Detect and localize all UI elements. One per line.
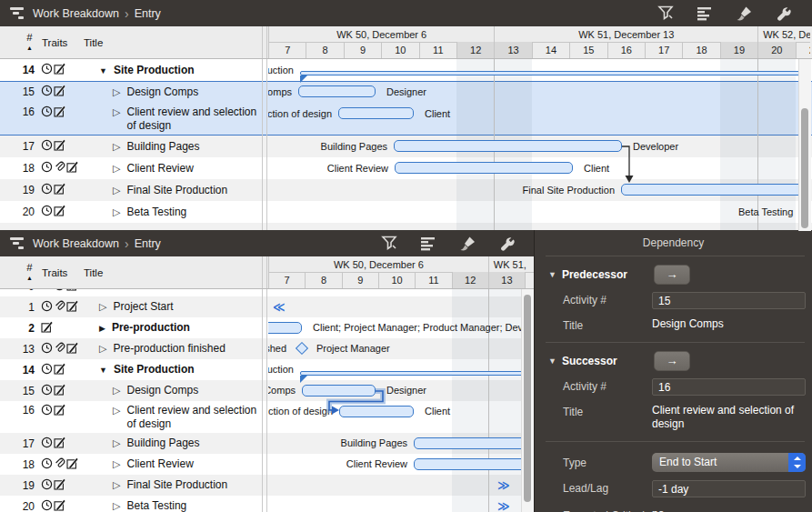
note-icon[interactable] <box>66 289 78 294</box>
outline-icon[interactable] <box>419 234 438 253</box>
task-row-18[interactable]: 18▷Client Review <box>0 454 268 475</box>
leaf-triangle-icon[interactable]: ▷ <box>113 437 120 449</box>
leaf-triangle-icon[interactable]: ▷ <box>113 458 120 470</box>
outline-icon[interactable] <box>696 4 715 23</box>
table-chart-splitter[interactable] <box>266 26 267 58</box>
task-row-2[interactable]: 2▶Pre-production <box>0 317 268 338</box>
collapse-triangle-icon[interactable]: ▼ <box>548 356 556 366</box>
leaf-triangle-icon[interactable]: ▷ <box>113 141 120 153</box>
task-row-14[interactable]: 14▼Site Production <box>0 359 268 380</box>
vertical-scrollbar[interactable] <box>798 59 811 231</box>
task-row-15[interactable]: 15▷Design Comps <box>0 81 268 103</box>
clock-icon[interactable] <box>41 384 53 398</box>
task-row-14[interactable]: 14▼Site Production <box>0 59 268 81</box>
note-icon[interactable] <box>54 63 65 77</box>
clip-icon[interactable] <box>54 300 65 315</box>
brush-icon[interactable] <box>735 4 754 23</box>
scrollbar-thumb[interactable] <box>801 108 808 228</box>
task-row-0[interactable]: 0▼New website <box>0 289 268 296</box>
lead-lag-field[interactable]: -1 day <box>652 480 806 497</box>
leaf-triangle-icon[interactable]: ▷ <box>113 500 120 512</box>
clock-icon[interactable] <box>41 457 53 472</box>
note-icon[interactable] <box>41 321 53 336</box>
note-icon[interactable] <box>66 300 78 315</box>
note-icon[interactable] <box>66 342 78 356</box>
goto-successor-button[interactable]: → <box>654 351 690 371</box>
clock-icon[interactable] <box>41 300 53 315</box>
brush-icon[interactable] <box>458 234 477 253</box>
task-row-20[interactable]: 20▷Beta Testing <box>0 201 268 223</box>
note-icon[interactable] <box>54 105 65 120</box>
dependency-type-dropdown[interactable]: End to Start <box>652 453 806 472</box>
gantt-group-bar[interactable] <box>300 71 810 75</box>
leaf-triangle-icon[interactable]: ▷ <box>113 405 120 417</box>
wrench-icon[interactable] <box>774 4 793 23</box>
flag-icon[interactable] <box>41 289 53 294</box>
gantt-bar[interactable] <box>414 458 534 470</box>
task-row-13[interactable]: 13▷Pre-production finished <box>0 338 268 359</box>
gantt-bar[interactable] <box>339 406 414 417</box>
column-header-num[interactable]: #▲ <box>0 26 36 58</box>
task-row-16[interactable]: 16▷Client review and selection of design <box>0 401 268 433</box>
clock-icon[interactable] <box>41 105 53 120</box>
gantt-bar[interactable] <box>395 162 573 174</box>
leaf-triangle-icon[interactable]: ▷ <box>99 343 106 355</box>
clock-icon[interactable] <box>41 437 53 451</box>
column-header-title[interactable]: Title <box>84 26 256 58</box>
task-row-19[interactable]: 19▷Final Site Production <box>0 475 268 496</box>
clock-icon[interactable] <box>41 183 53 197</box>
note-icon[interactable] <box>54 139 65 154</box>
clock-icon[interactable] <box>41 478 53 493</box>
expand-triangle-icon[interactable]: ▼ <box>99 66 107 75</box>
gantt-bar[interactable] <box>338 107 414 119</box>
note-icon[interactable] <box>54 384 65 398</box>
note-icon[interactable] <box>54 437 65 451</box>
leaf-triangle-icon[interactable]: ▷ <box>113 185 120 196</box>
note-icon[interactable] <box>54 183 65 197</box>
note-icon[interactable] <box>54 363 65 377</box>
vertical-scrollbar[interactable] <box>521 289 534 512</box>
leaf-triangle-icon[interactable]: ▷ <box>99 301 106 313</box>
gantt-bar[interactable] <box>268 322 302 334</box>
breadcrumb-view[interactable]: Entry <box>135 237 161 250</box>
clock-icon[interactable] <box>41 404 53 418</box>
note-icon[interactable] <box>66 457 78 472</box>
expand-triangle-icon[interactable]: ▼ <box>99 366 107 375</box>
offscreen-right-indicator[interactable]: ≫ <box>497 499 510 512</box>
task-row-17[interactable]: 17▷Building Pages <box>0 136 268 157</box>
note-icon[interactable] <box>54 499 65 512</box>
leaf-triangle-icon[interactable]: ▷ <box>113 163 120 175</box>
breadcrumb-root[interactable]: Work Breakdown <box>33 7 119 20</box>
clock-icon[interactable] <box>41 499 53 512</box>
leaf-triangle-icon[interactable]: ▷ <box>113 106 120 118</box>
clock-icon[interactable] <box>41 342 53 356</box>
gantt-bar[interactable] <box>298 85 376 97</box>
gantt-bar[interactable] <box>302 385 376 397</box>
scrollbar-thumb[interactable] <box>524 295 531 502</box>
column-header-title[interactable]: Title <box>84 256 256 288</box>
clock-icon[interactable] <box>41 363 53 377</box>
filter-icon[interactable] <box>657 4 676 23</box>
clock-icon[interactable] <box>41 85 53 99</box>
task-row-16[interactable]: 16▷Client review and selection of design <box>0 103 268 136</box>
leaf-triangle-icon[interactable]: ▷ <box>113 206 120 218</box>
task-row-1[interactable]: 1▷Project Start <box>0 296 268 317</box>
successor-activity-field[interactable]: 16 <box>652 378 806 396</box>
offscreen-left-indicator[interactable]: ≪ <box>273 300 286 314</box>
collapse-triangle-icon[interactable]: ▼ <box>548 270 556 279</box>
note-icon[interactable] <box>54 478 65 493</box>
task-row-20[interactable]: 20▷Beta Testing <box>0 496 268 512</box>
table-chart-splitter[interactable] <box>262 26 263 58</box>
task-row-15[interactable]: 15▷Design Comps <box>0 380 268 401</box>
goto-predecessor-button[interactable]: → <box>654 265 690 285</box>
gantt-milestone-diamond[interactable] <box>296 342 308 355</box>
note-icon[interactable] <box>54 404 65 418</box>
column-header-traits[interactable]: Traits <box>42 256 80 288</box>
gantt-bar[interactable] <box>414 437 534 449</box>
filter-icon[interactable] <box>380 234 399 253</box>
leaf-triangle-icon[interactable]: ▷ <box>113 86 120 98</box>
expand-triangle-icon[interactable]: ▶ <box>99 324 105 333</box>
clock-icon[interactable] <box>41 63 53 77</box>
clip-icon[interactable] <box>54 457 65 472</box>
table-chart-splitter[interactable] <box>262 256 263 288</box>
